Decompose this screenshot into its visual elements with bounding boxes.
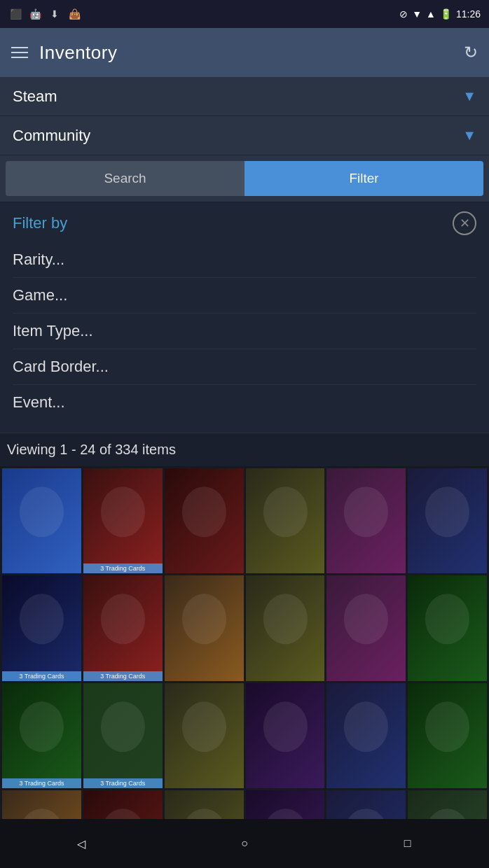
battery-icon: 🔋 [440, 8, 452, 20]
svg-point-5 [181, 486, 226, 537]
filter-panel: Filter by ✕ Rarity... Game... Item Type.… [0, 203, 489, 433]
grid-item[interactable]: 3 Trading Cards [2, 683, 81, 788]
grid-item[interactable] [246, 683, 325, 788]
grid-item[interactable] [326, 575, 406, 680]
search-filter-bar: Search Filter [0, 155, 489, 203]
grid-item[interactable] [326, 683, 406, 788]
svg-point-7 [263, 486, 307, 537]
filter-option-game[interactable]: Game... [13, 278, 476, 314]
grid-item[interactable] [165, 575, 244, 680]
status-right: ⊘ ▼ ▲ 🔋 11:26 [399, 8, 481, 20]
filter-option-rarity[interactable]: Rarity... [13, 242, 476, 278]
status-bar: ⬛ 🤖 ⬇ 👜 ⊘ ▼ ▲ 🔋 11:26 [0, 0, 489, 28]
filter-button[interactable]: Filter [245, 161, 483, 196]
grid-item[interactable] [326, 468, 406, 573]
steam-dropdown-label: Steam [13, 88, 57, 106]
back-button[interactable]: ◁ [67, 830, 95, 858]
steam-dropdown-arrow: ▼ [462, 88, 476, 104]
grid-item[interactable] [408, 683, 487, 788]
svg-point-11 [425, 486, 469, 537]
header-left: Inventory [11, 42, 117, 64]
grid-item[interactable] [246, 575, 325, 680]
filter-title: Filter by [13, 214, 67, 232]
grid-item[interactable] [246, 468, 325, 573]
no-signal-icon: ⊘ [399, 8, 408, 20]
trading-cards-badge: 3 Trading Cards [83, 564, 163, 573]
grid-item[interactable]: 3 Trading Cards [83, 683, 163, 788]
filter-option-event[interactable]: Event... [13, 385, 476, 420]
community-dropdown-arrow: ▼ [462, 127, 476, 144]
svg-point-33 [344, 701, 388, 752]
trading-cards-badge: 3 Trading Cards [2, 778, 81, 788]
community-dropdown-label: Community [13, 127, 90, 145]
filter-options: Rarity... Game... Item Type... Card Bord… [13, 242, 476, 420]
download-icon: ⬇ [48, 7, 62, 21]
filter-header: Filter by ✕ [13, 211, 476, 235]
grid-item[interactable]: 3 Trading Cards [2, 575, 81, 680]
grid-item[interactable]: 3 Trading Cards [83, 468, 163, 573]
svg-point-25 [20, 701, 64, 752]
filter-option-card-border[interactable]: Card Border... [13, 349, 476, 385]
community-dropdown[interactable]: Community ▼ [0, 116, 489, 155]
steam-dropdown[interactable]: Steam ▼ [0, 77, 489, 116]
search-button[interactable]: Search [6, 161, 245, 196]
filter-option-item-type[interactable]: Item Type... [13, 314, 476, 349]
app-header: Inventory ↻ [0, 28, 489, 77]
refresh-button[interactable]: ↻ [464, 43, 478, 62]
trading-cards-badge: 3 Trading Cards [83, 671, 163, 681]
wallet-icon: 👜 [67, 7, 81, 21]
menu-button[interactable] [11, 47, 28, 58]
svg-point-19 [263, 594, 307, 645]
status-icons-left: ⬛ 🤖 ⬇ 👜 [8, 7, 81, 21]
items-counter: Viewing 1 - 24 of 334 items [0, 433, 489, 466]
grid-item[interactable] [165, 468, 244, 573]
svg-point-9 [344, 486, 388, 537]
svg-point-27 [101, 701, 145, 752]
svg-point-3 [101, 486, 145, 537]
svg-point-1 [20, 486, 64, 537]
svg-point-13 [20, 594, 64, 645]
svg-point-21 [344, 594, 388, 645]
svg-point-23 [425, 594, 469, 645]
svg-point-15 [101, 594, 145, 645]
home-button[interactable]: ○ [230, 830, 259, 858]
page-title: Inventory [39, 42, 117, 64]
grid-item[interactable] [408, 468, 487, 573]
svg-point-35 [425, 701, 469, 752]
filter-close-button[interactable]: ✕ [453, 211, 476, 235]
clock: 11:26 [456, 8, 481, 20]
svg-point-17 [181, 594, 226, 645]
svg-point-31 [263, 701, 307, 752]
gallery-icon: ⬛ [8, 7, 22, 21]
trading-cards-badge: 3 Trading Cards [83, 778, 163, 788]
grid-item[interactable] [408, 575, 487, 680]
wifi-icon: ▼ [412, 8, 422, 20]
grid-item[interactable]: 3 Trading Cards [83, 575, 163, 680]
grid-item[interactable] [2, 468, 81, 573]
svg-point-29 [181, 701, 226, 752]
trading-cards-badge: 3 Trading Cards [2, 671, 81, 681]
items-grid: 3 Trading Cards3 Trading Cards3 Trading … [0, 466, 489, 868]
android-icon: 🤖 [28, 7, 42, 21]
nav-bar: ◁ ○ □ [0, 819, 489, 868]
signal-icon: ▲ [426, 8, 436, 20]
recent-button[interactable]: □ [394, 830, 422, 858]
grid-item[interactable] [165, 683, 244, 788]
steam-dropdown-container: Steam ▼ Community ▼ [0, 77, 489, 155]
